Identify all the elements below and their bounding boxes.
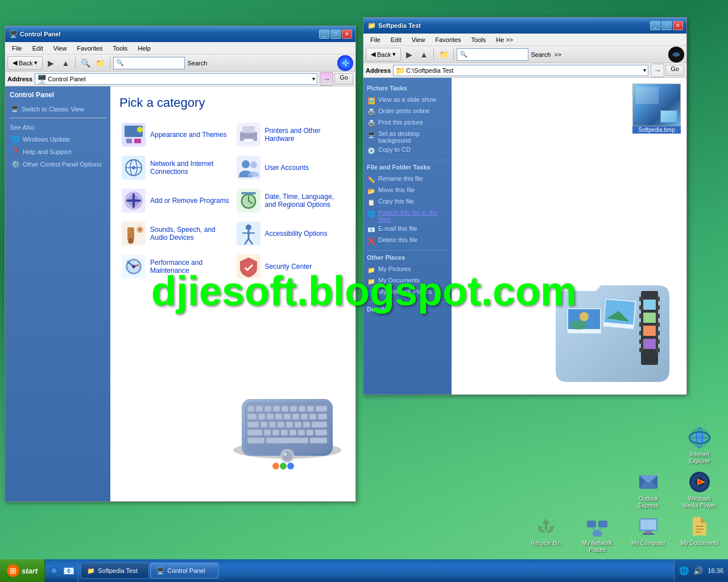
desktop-icon-mycomputer[interactable]: My Computer — [628, 515, 668, 554]
cp-forward-btn[interactable]: ▶ — [44, 56, 57, 70]
sp-menu-tools[interactable]: Tools — [467, 35, 491, 44]
cp-cat-accessibility-label: Accessibility Options — [265, 230, 328, 238]
cp-other-options-link[interactable]: ⚙️ Other Control Panel Options — [10, 158, 106, 171]
cp-cat-programs[interactable]: Add or Remove Programs — [119, 185, 232, 216]
sp-up-btn[interactable]: ▲ — [417, 48, 431, 61]
sp-close-btn[interactable]: ✕ — [673, 21, 683, 30]
desktop-icon-mynetwork[interactable]: My Network Places — [577, 515, 617, 554]
cp-nav-icon: ⊹ — [337, 55, 353, 71]
cp-windows-update-link[interactable]: 🌐 Windows Update — [10, 133, 106, 146]
cp-minimize-btn[interactable]: _ — [319, 30, 329, 39]
cp-address-input[interactable] — [48, 76, 311, 82]
cp-up-btn[interactable]: ▲ — [59, 56, 72, 70]
cp-cat-appearance[interactable]: Appearance and Themes — [119, 119, 232, 150]
cp-maximize-btn[interactable]: □ — [330, 30, 341, 39]
start-button[interactable]: start — [0, 559, 45, 582]
cp-other-icon: ⚙️ — [11, 160, 20, 169]
cp-addressbar: Address 🖥️ ▾ → Go — [5, 72, 355, 86]
cp-cat-network[interactable]: Network and Internet Connections — [119, 152, 232, 183]
sp-go-arrow[interactable]: → — [651, 64, 664, 77]
sp-copy-item[interactable]: 📋 Copy this file — [367, 197, 448, 208]
sp-details-label: Details — [367, 306, 448, 313]
cp-cat-accessibility[interactable]: Accessibility Options — [234, 218, 347, 249]
sp-rename-item[interactable]: ✏️ Rename this file — [367, 174, 448, 185]
sp-network-item[interactable]: 🌐 My Network Places — [367, 287, 448, 298]
cp-go-arrow[interactable]: → — [320, 72, 333, 86]
cp-folders-btn[interactable]: 📁 — [93, 56, 107, 70]
cp-cat-printers[interactable]: Printers and Other Hardware — [234, 119, 347, 150]
cp-keyboard-decoration — [230, 382, 344, 473]
sp-my-docs-item[interactable]: 📁 My Documents — [367, 276, 448, 287]
cp-address-dropdown[interactable]: ▾ — [312, 76, 315, 82]
svg-rect-57 — [247, 414, 257, 419]
cp-cat-sounds[interactable]: Sounds, Speech, and Audio Devices — [119, 218, 232, 249]
svg-rect-50 — [264, 406, 271, 411]
sp-delete-item[interactable]: ❌ Delete this file — [367, 235, 448, 247]
cp-cat-user[interactable]: User Accounts — [234, 152, 347, 183]
cp-menu-tools[interactable]: Tools — [109, 44, 133, 53]
sp-folders-btn[interactable]: 📁 — [437, 48, 450, 61]
cp-cat-datetime[interactable]: Date, Time, Language, and Regional Optio… — [234, 185, 347, 216]
sp-desktop-bg-item[interactable]: 🖥️ Set as desktop background — [367, 129, 448, 145]
taskbar-item-softpedia[interactable]: 📁 Softpedia Test — [81, 563, 149, 579]
sp-order-prints-label: Order prints online — [378, 107, 430, 114]
sp-filename-label: Softpedia.bmp — [632, 126, 681, 134]
mynetwork-label: My Network Places — [577, 540, 617, 554]
cp-back-btn[interactable]: ◀ Back ▾ — [7, 56, 43, 70]
sp-slideshow-item[interactable]: 🖼️ View as a slide show — [367, 95, 448, 106]
sp-search-input[interactable] — [469, 51, 526, 58]
cp-cat-performance[interactable]: Performance and Maintenance — [119, 251, 232, 282]
cp-menu-edit[interactable]: Edit — [28, 44, 48, 53]
sp-menu-view[interactable]: View — [407, 35, 430, 44]
cp-menu-favorites[interactable]: Favorites — [72, 44, 107, 53]
sp-file-item[interactable]: Softpedia.bmp — [632, 84, 681, 134]
sp-address-input[interactable] — [406, 67, 642, 74]
sp-email-label: E-mail this file — [378, 225, 417, 232]
taskbar-item-cp[interactable]: 🖥️ Control Panel — [150, 563, 218, 579]
svg-rect-62 — [292, 414, 299, 419]
sp-my-pictures-item[interactable]: 📁 My Pictures — [367, 264, 448, 276]
sp-copy-cd-item[interactable]: 💿 Copy to CD — [367, 145, 448, 156]
cp-menu-help[interactable]: Help — [133, 44, 155, 53]
sp-publish-item[interactable]: 🌐 Publish this file to the Web — [367, 208, 448, 224]
sp-forward-btn[interactable]: ▶ — [402, 48, 416, 61]
desktop-icon-mydocs[interactable]: My Documents — [680, 515, 719, 554]
sp-menu-file[interactable]: File — [366, 35, 385, 44]
sp-search-magnifier: 🔍 — [460, 51, 468, 58]
cp-menu-view[interactable]: View — [49, 44, 72, 53]
sp-move-label: Move this file — [378, 186, 415, 193]
sp-email-item[interactable]: 📧 E-mail this file — [367, 224, 448, 235]
sp-maximize-btn[interactable]: □ — [661, 21, 672, 30]
cp-address-label: Address — [7, 76, 32, 82]
sp-menu-edit[interactable]: Edit — [386, 35, 406, 44]
sp-order-prints-item[interactable]: 🖨️ Order prints online — [367, 106, 448, 118]
cp-search-icon-btn[interactable]: 🔍 — [78, 56, 92, 70]
mydocs-label: My Documents — [681, 540, 719, 547]
ql-email-icon[interactable]: 📧 — [62, 564, 76, 577]
desktop-icon-recycle[interactable]: Recycle Bin — [526, 515, 566, 554]
sp-back-btn[interactable]: ◀ Back ▾ — [366, 48, 401, 61]
desktop-icon-ie[interactable]: Internet Explorer — [680, 426, 719, 465]
svg-rect-58 — [258, 414, 265, 419]
svg-rect-109 — [656, 322, 660, 327]
sp-go-btn[interactable]: Go — [665, 65, 684, 76]
cp-close-btn[interactable]: ✕ — [342, 30, 352, 39]
sp-print-item[interactable]: 🖨️ Print this picture — [367, 118, 448, 129]
sp-address-dropdown[interactable]: ▾ — [643, 67, 646, 73]
svg-point-86 — [282, 451, 292, 461]
cp-cat-datetime-icon — [237, 189, 260, 213]
ql-ie-icon[interactable] — [47, 564, 61, 577]
sp-menu-help[interactable]: He >> — [491, 35, 518, 44]
cp-switch-classic[interactable]: 🖥️ Switch to Classic View — [10, 103, 106, 114]
sp-menu-favorites[interactable]: Favorites — [431, 35, 465, 44]
svg-rect-63 — [301, 414, 308, 419]
sp-move-item[interactable]: 📂 Move this file — [367, 185, 448, 197]
sp-minimize-btn[interactable]: _ — [650, 21, 660, 30]
desktop-icon-outlook[interactable]: Outlook Express — [628, 471, 668, 509]
cp-menu-file[interactable]: File — [7, 44, 27, 53]
desktop-icon-wmp[interactable]: Windows Media Player — [680, 471, 719, 509]
cp-go-btn[interactable]: Go — [334, 73, 353, 85]
cp-search-input[interactable] — [125, 60, 182, 66]
cp-help-support-link[interactable]: ❓ Help and Support — [10, 146, 106, 158]
cp-cat-security[interactable]: Security Center — [234, 251, 347, 282]
